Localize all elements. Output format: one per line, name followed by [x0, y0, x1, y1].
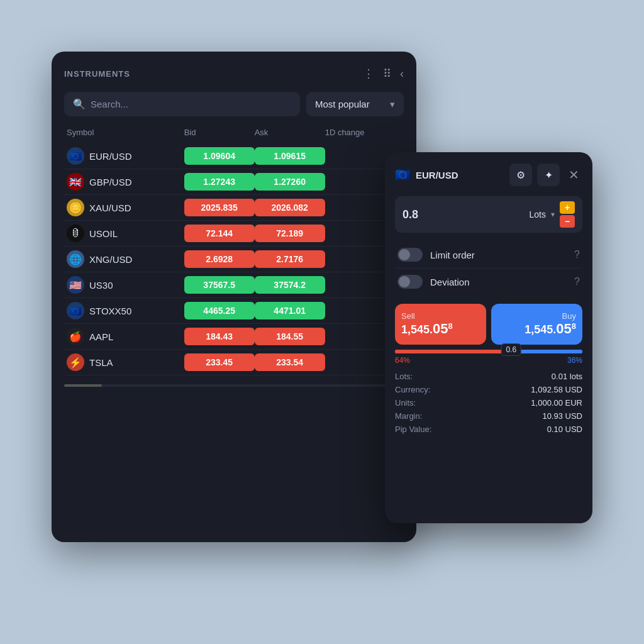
- lot-plus-button[interactable]: +: [560, 201, 575, 214]
- lot-unit: Lots: [530, 209, 546, 219]
- deviation-help-icon[interactable]: ?: [574, 276, 580, 287]
- bid-price[interactable]: 1.27243: [184, 173, 255, 191]
- trade-flag-icon: 🇪🇺: [395, 167, 411, 182]
- limit-order-toggle[interactable]: [397, 248, 423, 262]
- flag-icon: 🍎: [67, 328, 84, 345]
- flag-icon: 🛢: [67, 225, 84, 242]
- search-icon: 🔍: [73, 98, 86, 110]
- symbol-cell: 🇺🇸 US30: [67, 276, 184, 294]
- symbol-name: US30: [89, 280, 113, 291]
- col-symbol: Symbol: [67, 128, 184, 137]
- ask-price[interactable]: 2026.082: [255, 199, 325, 216]
- table-row[interactable]: 🇺🇸 US30 37567.5 37574.2: [64, 272, 404, 298]
- buy-price-main: 1,545.: [525, 323, 556, 336]
- table-row[interactable]: ⚡ TSLA 233.45 233.54: [64, 350, 404, 375]
- scrollbar-thumb[interactable]: [64, 384, 102, 387]
- table-row[interactable]: 🍎 AAPL 184.43 184.55: [64, 324, 404, 350]
- buy-button[interactable]: Buy 1,545.058: [491, 304, 582, 345]
- symbol-cell: 🇬🇧 GBP/USD: [67, 173, 184, 191]
- sell-label: Sell: [401, 311, 480, 321]
- settings-icon-btn[interactable]: ⚙: [509, 164, 532, 186]
- info-value: 10.93 USD: [542, 411, 582, 421]
- more-options-icon[interactable]: ⋮: [363, 67, 374, 80]
- info-row: Units: 1,000.00 EUR: [395, 396, 582, 409]
- buy-label: Buy: [497, 311, 576, 321]
- symbol-cell: 🍎 AAPL: [67, 328, 184, 345]
- symbol-name: AAPL: [89, 331, 113, 342]
- ask-price[interactable]: 184.55: [255, 328, 325, 345]
- scrollbar-track: [64, 384, 404, 387]
- lot-minus-button[interactable]: −: [560, 215, 575, 228]
- buy-price-sup: 8: [572, 321, 576, 331]
- sparkle-icon-btn[interactable]: ✦: [537, 164, 560, 186]
- flag-icon: 🇪🇺: [67, 302, 84, 319]
- table-row[interactable]: 🇬🇧 GBP/USD 1.27243 1.27260: [64, 169, 404, 195]
- bid-price[interactable]: 2.6928: [184, 250, 255, 268]
- info-value: 1,000.00 EUR: [531, 398, 582, 408]
- bid-price[interactable]: 4465.25: [184, 302, 255, 319]
- sell-price-sup: 8: [448, 321, 453, 331]
- search-placeholder: Search...: [91, 99, 128, 109]
- slider-red-fill: [395, 350, 515, 353]
- symbol-name: XAU/USD: [89, 203, 131, 213]
- sell-price: 1,545.058: [401, 321, 480, 337]
- deviation-toggle[interactable]: [397, 275, 423, 289]
- bid-price[interactable]: 2025.835: [184, 199, 255, 216]
- ask-price[interactable]: 4471.01: [255, 302, 325, 319]
- bid-price[interactable]: 184.43: [184, 328, 255, 345]
- search-box[interactable]: 🔍 Search...: [64, 92, 300, 116]
- table-row[interactable]: 🪙 XAU/USD 2025.835 2026.082: [64, 195, 404, 221]
- ask-price[interactable]: 1.09615: [255, 147, 325, 165]
- col-ask: Ask: [255, 128, 325, 137]
- collapse-icon[interactable]: ‹: [400, 67, 404, 80]
- lot-controls: + −: [560, 201, 575, 228]
- symbol-cell: 🪙 XAU/USD: [67, 199, 184, 216]
- filter-dropdown[interactable]: Most popular ▾: [306, 92, 404, 116]
- filter-label: Most popular: [315, 99, 370, 109]
- symbol-cell: 🛢 USOIL: [67, 225, 184, 242]
- bid-price[interactable]: 72.144: [184, 225, 255, 242]
- bid-price[interactable]: 1.09604: [184, 147, 255, 165]
- limit-order-label: Limit order: [430, 250, 567, 260]
- symbol-name: TSLA: [89, 357, 113, 368]
- info-value: 1,092.58 USD: [531, 385, 582, 394]
- table-row[interactable]: 🇪🇺 EUR/USD 1.09604 1.09615: [64, 143, 404, 169]
- bid-ask-slider[interactable]: 0.6 64% 36%: [395, 350, 582, 365]
- slider-handle[interactable]: 0.6: [501, 343, 521, 356]
- bid-price[interactable]: 233.45: [184, 353, 255, 371]
- ask-price[interactable]: 233.54: [255, 353, 325, 371]
- info-value: 0.01 lots: [552, 372, 582, 381]
- grid-icon[interactable]: ⠿: [383, 67, 391, 80]
- flag-icon: 🇪🇺: [67, 147, 84, 165]
- flag-icon: 🪙: [67, 199, 84, 216]
- sell-button[interactable]: Sell 1,545.058: [395, 304, 486, 345]
- symbol-cell: 🌐 XNG/USD: [67, 250, 184, 268]
- ask-price[interactable]: 37574.2: [255, 276, 325, 294]
- buy-percentage: 36%: [567, 356, 582, 365]
- info-row: Currency: 1,092.58 USD: [395, 383, 582, 396]
- slider-tooltip: 0.6: [501, 343, 521, 356]
- lot-dropdown-arrow[interactable]: ▾: [551, 210, 555, 219]
- sliders-icon: ⚙: [516, 169, 525, 181]
- info-rows: Lots: 0.01 lots Currency: 1,092.58 USD U…: [395, 370, 582, 436]
- table-row[interactable]: 🌐 XNG/USD 2.6928 2.7176: [64, 247, 404, 272]
- symbol-name: GBP/USD: [89, 177, 132, 187]
- buy-sell-row: Sell 1,545.058 Buy 1,545.058: [395, 304, 582, 345]
- ask-price[interactable]: 2.7176: [255, 250, 325, 268]
- bid-price[interactable]: 37567.5: [184, 276, 255, 294]
- deviation-toggle-knob: [399, 276, 410, 287]
- info-row: Lots: 0.01 lots: [395, 370, 582, 383]
- ask-price[interactable]: 72.189: [255, 225, 325, 242]
- close-button[interactable]: ✕: [565, 166, 582, 184]
- instrument-rows: 🇪🇺 EUR/USD 1.09604 1.09615 🇬🇧 GBP/USD 1.…: [64, 143, 404, 375]
- limit-order-help-icon[interactable]: ?: [574, 249, 580, 260]
- ask-price[interactable]: 1.27260: [255, 173, 325, 191]
- symbol-cell: ⚡ TSLA: [67, 353, 184, 371]
- table-row[interactable]: 🇪🇺 STOXX50 4465.25 4471.01: [64, 298, 404, 324]
- deviation-row: Deviation ?: [395, 269, 582, 295]
- info-label: Pip Value:: [395, 425, 431, 434]
- sell-percentage: 64%: [395, 356, 410, 365]
- table-row[interactable]: 🛢 USOIL 72.144 72.189: [64, 221, 404, 247]
- symbol-name: USOIL: [89, 228, 118, 239]
- info-label: Currency:: [395, 385, 430, 394]
